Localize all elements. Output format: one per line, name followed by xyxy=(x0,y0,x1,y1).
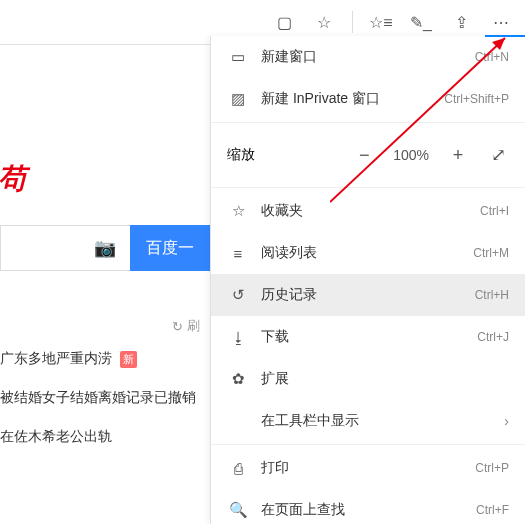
menu-find[interactable]: 🔍 在页面上查找 Ctrl+F xyxy=(211,489,525,524)
chevron-right-icon: › xyxy=(504,413,509,429)
menu-show-in-toolbar[interactable]: 在工具栏中显示 › xyxy=(211,400,525,442)
menu-shortcut: Ctrl+N xyxy=(475,50,509,64)
menu-print[interactable]: ⎙ 打印 Ctrl+P xyxy=(211,447,525,489)
menu-shortcut: Ctrl+I xyxy=(480,204,509,218)
history-icon: ↺ xyxy=(227,286,249,304)
menu-label: 扩展 xyxy=(261,370,509,388)
menu-downloads[interactable]: ⭳ 下载 Ctrl+J xyxy=(211,316,525,358)
menu-history[interactable]: ↺ 历史记录 Ctrl+H xyxy=(211,274,525,316)
zoom-value: 100% xyxy=(393,147,429,163)
menu-reading-list[interactable]: ≡ 阅读列表 Ctrl+M xyxy=(211,232,525,274)
menu-separator xyxy=(211,444,525,445)
share-icon[interactable]: ⇪ xyxy=(445,6,477,38)
fullscreen-icon[interactable]: ⤢ xyxy=(487,144,509,166)
menu-shortcut: Ctrl+J xyxy=(477,330,509,344)
star-icon: ☆ xyxy=(227,202,249,220)
window-icon: ▭ xyxy=(227,48,249,66)
menu-shortcut: Ctrl+H xyxy=(475,288,509,302)
zoom-controls: − 100% + ⤢ xyxy=(353,144,509,166)
menu-label: 新建窗口 xyxy=(261,48,475,66)
menu-shortcut: Ctrl+P xyxy=(475,461,509,475)
refresh-label: 刷 xyxy=(187,317,200,335)
menu-shortcut: Ctrl+F xyxy=(476,503,509,517)
zoom-out-button[interactable]: − xyxy=(353,145,375,166)
menu-separator xyxy=(211,122,525,123)
favorites-list-icon[interactable]: ☆≡ xyxy=(365,6,397,38)
news-text: 广东多地严重内涝 xyxy=(0,350,112,366)
menu-label: 打印 xyxy=(261,459,475,477)
search-row: 📷 百度一 xyxy=(0,225,210,271)
menu-label: 历史记录 xyxy=(261,286,475,304)
menu-favorites[interactable]: ☆ 收藏夹 Ctrl+I xyxy=(211,190,525,232)
extensions-icon: ✿ xyxy=(227,370,249,388)
search-button[interactable]: 百度一 xyxy=(130,225,210,271)
refresh-fragment[interactable]: ↻ 刷 xyxy=(172,317,200,335)
menu-extensions[interactable]: ✿ 扩展 xyxy=(211,358,525,400)
star-icon[interactable]: ☆ xyxy=(308,6,340,38)
logo-fragment: 苟 xyxy=(0,160,26,198)
zoom-in-button[interactable]: + xyxy=(447,145,469,166)
menu-label: 在页面上查找 xyxy=(261,501,476,519)
menu-shortcut: Ctrl+M xyxy=(473,246,509,260)
page-background: 苟 📷 百度一 ↻ 刷 广东多地严重内涝 新 被结婚女子结婚离婚记录已撤销 在佐… xyxy=(0,45,210,524)
menu-new-window[interactable]: ▭ 新建窗口 Ctrl+N xyxy=(211,36,525,78)
download-icon: ⭳ xyxy=(227,329,249,346)
search-input[interactable]: 📷 xyxy=(0,225,130,271)
new-badge: 新 xyxy=(120,351,137,368)
reading-list-icon: ≡ xyxy=(227,245,249,262)
news-item[interactable]: 在佐木希老公出轨 xyxy=(0,428,112,446)
note-icon[interactable]: ✎_ xyxy=(405,6,437,38)
news-item[interactable]: 被结婚女子结婚离婚记录已撤销 xyxy=(0,389,196,407)
refresh-icon: ↻ xyxy=(172,319,183,334)
menu-label: 下载 xyxy=(261,328,477,346)
inprivate-icon: ▨ xyxy=(227,90,249,108)
menu-label: 在工具栏中显示 xyxy=(261,412,504,430)
menu-separator xyxy=(211,187,525,188)
menu-label: 阅读列表 xyxy=(261,244,473,262)
camera-icon[interactable]: 📷 xyxy=(94,237,116,259)
toolbar-separator xyxy=(352,11,353,33)
menu-zoom: 缩放 − 100% + ⤢ xyxy=(211,125,525,185)
more-icon[interactable]: ⋯ xyxy=(485,6,517,38)
news-item[interactable]: 广东多地严重内涝 新 xyxy=(0,350,137,368)
print-icon: ⎙ xyxy=(227,460,249,477)
reading-view-icon[interactable]: ▢ xyxy=(268,6,300,38)
menu-new-inprivate[interactable]: ▨ 新建 InPrivate 窗口 Ctrl+Shift+P xyxy=(211,78,525,120)
menu-label: 新建 InPrivate 窗口 xyxy=(261,90,444,108)
zoom-label: 缩放 xyxy=(227,146,255,164)
menu-shortcut: Ctrl+Shift+P xyxy=(444,92,509,106)
search-icon: 🔍 xyxy=(227,501,249,519)
overflow-menu: ▭ 新建窗口 Ctrl+N ▨ 新建 InPrivate 窗口 Ctrl+Shi… xyxy=(210,36,525,524)
menu-label: 收藏夹 xyxy=(261,202,480,220)
